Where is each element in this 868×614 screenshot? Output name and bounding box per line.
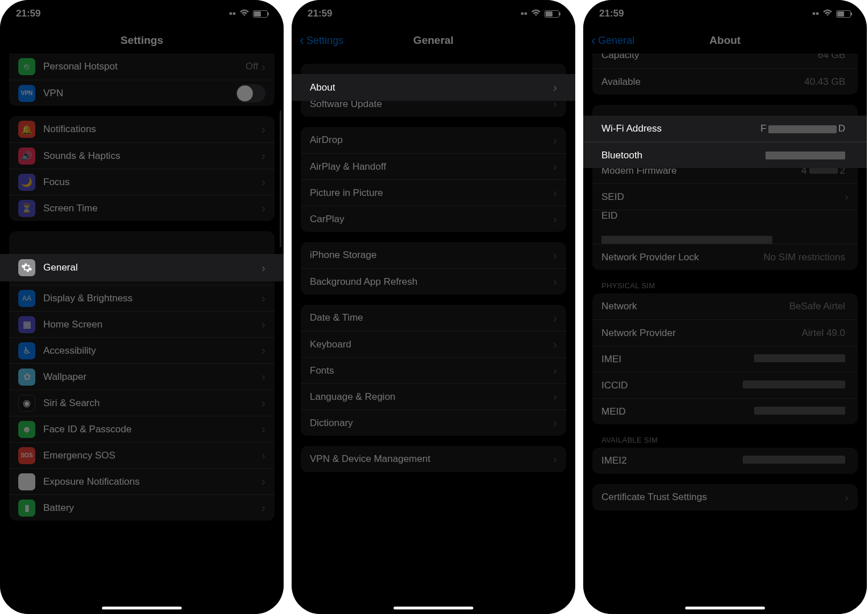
- chevron-right-icon: ›: [261, 292, 265, 305]
- row-siri[interactable]: ◉ Siri & Search ›: [9, 390, 275, 416]
- row-personal-hotspot[interactable]: ⎋ Personal Hotspot Off ›: [9, 54, 275, 80]
- row-battery[interactable]: ▮ Battery ›: [9, 494, 275, 521]
- row-screentime[interactable]: ⏳ Screen Time ›: [9, 195, 275, 221]
- row-display[interactable]: AA Display & Brightness ›: [9, 285, 275, 311]
- general-list[interactable]: Software Update › AirDrop › AirPlay & Ha…: [292, 54, 575, 614]
- battery-icon: [836, 10, 851, 18]
- row-label: Background App Refresh: [310, 276, 553, 288]
- row-wallpaper[interactable]: ✿ Wallpaper ›: [9, 363, 275, 390]
- chevron-right-icon: ›: [261, 123, 265, 136]
- row-label: Wallpaper: [43, 371, 261, 383]
- row-about[interactable]: About ›: [292, 74, 575, 101]
- row-refresh[interactable]: Background App Refresh ›: [301, 268, 566, 294]
- vpn-icon: VPN: [18, 85, 35, 102]
- row-label: IMEI2: [601, 455, 743, 466]
- cellular-icon: ▪▪: [812, 8, 819, 19]
- row-value: Airtel 49.0: [801, 328, 845, 339]
- home-indicator[interactable]: [685, 607, 765, 609]
- row-label: Language & Region: [310, 391, 553, 403]
- row-network: Network BeSafe Airtel: [592, 293, 858, 320]
- highlight-network-block: Wi-Fi Address FD Bluetooth: [583, 116, 867, 168]
- row-value: Off: [245, 61, 258, 72]
- row-airdrop[interactable]: AirDrop ›: [301, 127, 566, 153]
- row-provider[interactable]: Network Provider Airtel 49.0: [592, 320, 858, 346]
- nav-header: Settings: [0, 27, 284, 54]
- home-indicator[interactable]: [394, 607, 473, 609]
- settings-list[interactable]: ⎋ Personal Hotspot Off › VPN VPN 🔔 Notif…: [0, 54, 284, 614]
- row-label: SEID: [601, 191, 845, 203]
- chevron-left-icon: ‹: [300, 34, 304, 47]
- row-vpn-mgmt[interactable]: VPN & Device Management ›: [301, 446, 566, 472]
- status-bar: 21:59 ▪▪: [583, 0, 867, 27]
- bell-icon: 🔔: [18, 121, 35, 138]
- flower-icon: ✿: [18, 369, 35, 386]
- page-title: About: [710, 34, 741, 47]
- redacted-value: [754, 406, 845, 417]
- row-label: Network Provider: [601, 328, 801, 339]
- nav-header: ‹ Settings General: [292, 27, 575, 54]
- vpn-toggle[interactable]: [236, 84, 265, 103]
- accessibility-icon: ♿︎: [18, 342, 35, 359]
- row-sos[interactable]: SOS Emergency SOS ›: [9, 442, 275, 468]
- row-label: AirDrop: [310, 134, 553, 146]
- status-bar: 21:59 ▪▪: [0, 0, 284, 27]
- row-label: CarPlay: [310, 214, 553, 225]
- row-label: Network: [601, 301, 789, 312]
- row-carplay[interactable]: CarPlay ›: [301, 206, 566, 232]
- row-label: Emergency SOS: [43, 450, 261, 461]
- row-faceid[interactable]: ☻ Face ID & Passcode ›: [9, 416, 275, 442]
- row-seid[interactable]: SEID ›: [592, 183, 858, 210]
- chevron-right-icon: ›: [261, 396, 265, 410]
- row-label: Notifications: [43, 124, 261, 135]
- row-language[interactable]: Language & Region ›: [301, 383, 566, 410]
- row-pip[interactable]: Picture in Picture ›: [301, 179, 566, 206]
- chevron-right-icon: ›: [553, 186, 557, 199]
- row-imei2: IMEI2: [592, 448, 858, 474]
- row-exposure[interactable]: ⊛ Exposure Notifications ›: [9, 468, 275, 494]
- row-label: Accessibility: [43, 345, 261, 357]
- chevron-right-icon: ›: [553, 249, 557, 262]
- row-accessibility[interactable]: ♿︎ Accessibility ›: [9, 337, 275, 363]
- row-storage[interactable]: iPhone Storage ›: [301, 242, 566, 268]
- row-imei: IMEI: [592, 346, 858, 372]
- back-button[interactable]: ‹ Settings: [300, 34, 343, 47]
- row-notifications[interactable]: 🔔 Notifications ›: [9, 116, 275, 142]
- home-indicator[interactable]: [102, 607, 182, 609]
- row-focus[interactable]: 🌙 Focus ›: [9, 169, 275, 195]
- chevron-right-icon: ›: [261, 475, 265, 488]
- row-home-screen[interactable]: ▦ Home Screen ›: [9, 311, 275, 337]
- chevron-right-icon: ›: [553, 275, 557, 288]
- wifi-icon: [822, 8, 833, 19]
- row-fonts[interactable]: Fonts ›: [301, 357, 566, 383]
- wifi-icon: [239, 8, 249, 19]
- row-sounds[interactable]: 🔊 Sounds & Haptics ›: [9, 142, 275, 169]
- status-icons: ▪▪: [812, 8, 851, 19]
- row-airplay[interactable]: AirPlay & Handoff ›: [301, 153, 566, 179]
- chevron-right-icon: ›: [261, 370, 265, 383]
- redacted-value: [765, 150, 845, 161]
- row-label: VPN: [43, 88, 236, 99]
- row-label: Picture in Picture: [310, 187, 553, 199]
- row-label: About: [310, 82, 553, 93]
- row-keyboard[interactable]: Keyboard ›: [301, 331, 566, 357]
- siri-icon: ◉: [18, 395, 35, 412]
- chevron-right-icon: ›: [553, 390, 557, 403]
- row-dictionary[interactable]: Dictionary ›: [301, 410, 566, 436]
- page-title: Settings: [121, 34, 163, 47]
- chevron-right-icon: ›: [261, 149, 265, 162]
- scrollbar[interactable]: [280, 110, 281, 247]
- row-vpn[interactable]: VPN VPN: [9, 80, 275, 106]
- row-datetime[interactable]: Date & Time ›: [301, 305, 566, 331]
- chevron-right-icon: ›: [845, 491, 849, 504]
- row-label: IMEI: [601, 354, 754, 365]
- back-label: Settings: [306, 35, 343, 47]
- row-general[interactable]: General ›: [0, 254, 284, 281]
- row-cert-trust[interactable]: Certificate Trust Settings ›: [592, 484, 858, 510]
- back-button[interactable]: ‹ General: [591, 34, 634, 47]
- status-icons: ▪▪: [521, 8, 559, 19]
- chevron-right-icon: ›: [261, 60, 265, 73]
- chevron-right-icon: ›: [261, 318, 265, 331]
- status-time: 21:59: [599, 8, 624, 19]
- moon-icon: 🌙: [18, 174, 35, 191]
- grid-icon: ▦: [18, 316, 35, 333]
